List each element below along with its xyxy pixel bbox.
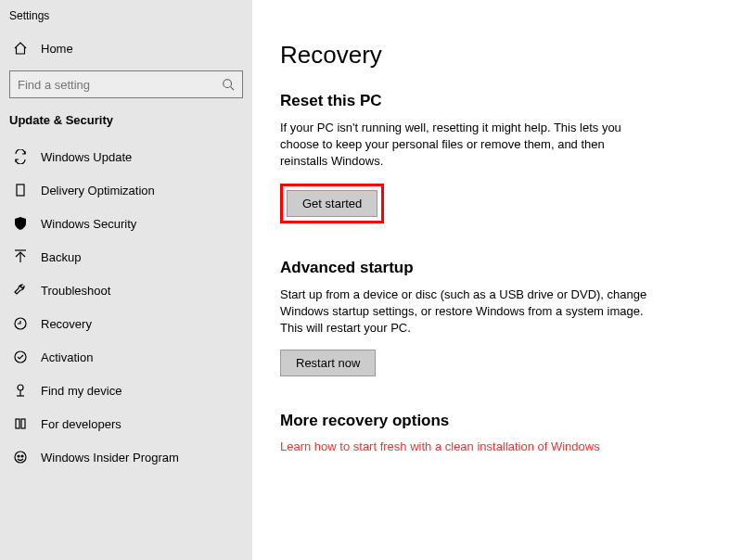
search-icon — [222, 78, 235, 91]
svg-rect-9 — [21, 419, 25, 428]
search-box[interactable] — [9, 70, 243, 98]
nav-recovery[interactable]: Recovery — [0, 307, 252, 340]
nav-label: Activation — [41, 350, 93, 364]
nav-label: Find my device — [41, 384, 122, 398]
nav-label: For developers — [41, 417, 122, 431]
nav-for-developers[interactable]: For developers — [0, 407, 252, 440]
highlight-box: Get started — [280, 184, 384, 223]
nav-activation[interactable]: Activation — [0, 340, 252, 374]
delivery-icon — [13, 183, 28, 197]
wrench-icon — [13, 283, 28, 298]
svg-point-6 — [15, 351, 26, 363]
nav-label: Recovery — [41, 317, 92, 331]
backup-icon — [13, 249, 28, 264]
app-title: Settings — [0, 9, 252, 32]
activation-icon — [13, 350, 28, 364]
svg-point-0 — [224, 80, 232, 88]
sidebar: Settings Home Update & Security Wind — [0, 0, 252, 560]
fresh-install-link[interactable]: Learn how to start fresh with a clean in… — [280, 439, 600, 453]
nav-home[interactable]: Home — [0, 32, 252, 65]
svg-rect-2 — [17, 185, 24, 196]
reset-body: If your PC isn't running well, resetting… — [280, 120, 651, 171]
advanced-body: Start up from a device or disc (such as … — [280, 286, 651, 337]
home-icon — [13, 41, 28, 56]
nav-find-my-device[interactable]: Find my device — [0, 374, 252, 407]
nav-label: Windows Update — [41, 150, 132, 164]
more-heading: More recovery options — [280, 412, 714, 430]
svg-point-10 — [15, 452, 26, 463]
sync-icon — [13, 149, 28, 164]
svg-point-12 — [21, 455, 23, 457]
section-more-recovery: More recovery options Learn how to start… — [280, 412, 714, 453]
restart-now-button[interactable]: Restart now — [280, 350, 376, 376]
nav-home-label: Home — [41, 42, 73, 56]
svg-point-7 — [18, 385, 23, 390]
nav-label: Windows Security — [41, 217, 136, 231]
insider-icon — [13, 450, 28, 465]
svg-line-1 — [231, 87, 235, 91]
page-title: Recovery — [280, 41, 714, 70]
nav-backup[interactable]: Backup — [0, 240, 252, 274]
nav-troubleshoot[interactable]: Troubleshoot — [0, 274, 252, 307]
advanced-heading: Advanced startup — [280, 259, 714, 277]
section-label: Update & Security — [0, 108, 252, 140]
nav-windows-security[interactable]: Windows Security — [0, 207, 252, 240]
nav-label: Backup — [41, 250, 81, 264]
nav-label: Troubleshoot — [41, 284, 110, 298]
nav-delivery-optimization[interactable]: Delivery Optimization — [0, 173, 252, 207]
recovery-icon — [13, 316, 28, 331]
nav-windows-update[interactable]: Windows Update — [0, 140, 252, 173]
nav-label: Windows Insider Program — [41, 451, 179, 465]
developer-icon — [13, 416, 28, 431]
search-wrap — [0, 65, 252, 108]
shield-icon — [13, 216, 28, 231]
section-reset-pc: Reset this PC If your PC isn't running w… — [280, 92, 714, 223]
svg-point-11 — [18, 455, 19, 457]
reset-heading: Reset this PC — [280, 92, 714, 110]
get-started-button[interactable]: Get started — [287, 190, 377, 217]
svg-rect-8 — [16, 419, 19, 428]
location-icon — [13, 383, 28, 398]
search-input[interactable] — [18, 78, 222, 92]
nav-label: Delivery Optimization — [41, 184, 155, 197]
section-advanced-startup: Advanced startup Start up from a device … — [280, 259, 714, 377]
main-content: Recovery Reset this PC If your PC isn't … — [252, 0, 742, 560]
nav-windows-insider[interactable]: Windows Insider Program — [0, 440, 252, 474]
